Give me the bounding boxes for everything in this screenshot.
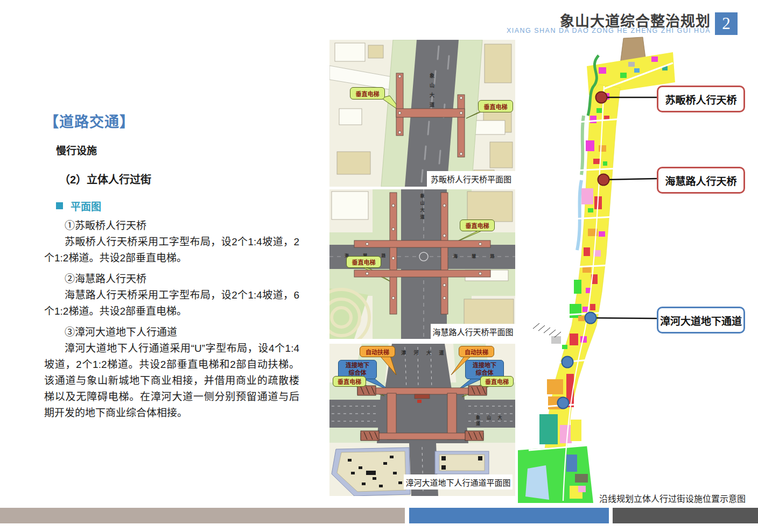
callout-elevator-left: 垂直电梯 [350, 87, 385, 100]
road-label-xiangshan-avenue: 象山大道 [419, 194, 425, 238]
footer-bar-blue [409, 508, 609, 523]
marker-node-4 [562, 357, 573, 368]
subheading: 慢行设施 [56, 143, 299, 157]
figure-haihui-plan: 象山大道 海 慧 路 海 慧 路 垂直电梯 垂直电梯 海慧路人行天桥平面图 [329, 189, 515, 339]
callout-escalator-left: 自动扶梯 [360, 346, 395, 357]
figure-caption: 海慧路人行天桥平面图 [431, 324, 515, 339]
entry-title-3: ③漳河大道地下人行通道 [65, 324, 299, 341]
road-label-xiangshan-avenue: 象 山 大 道 [476, 414, 515, 426]
bullet-heading: 平面图 [71, 198, 101, 213]
entry-title-1: ①苏畈桥人行天桥 [65, 218, 299, 234]
road-label-xiangshan-avenue: 象山大道 [429, 73, 436, 132]
marker-node-5 [558, 398, 569, 409]
road-label-haihui-right: 海 慧 路 [453, 253, 501, 259]
slide-page: 象山大道综合整治规划 XIANG SHAN DA DAO ZONG HE ZHE… [0, 0, 758, 532]
figure-caption: 苏畈桥人行天桥平面图 [427, 171, 515, 187]
figure-caption: 漳河大道地下人行通道平面图 [404, 474, 513, 490]
marker-zhanghe [585, 313, 596, 324]
figure-zhanghe-plan: 漳 河 大 道 象 山 大 道 自动扶梯 自动扶梯 连接地下 综合体 连接地下 … [329, 344, 515, 496]
item-heading: （2）立体人行过街 [59, 171, 299, 187]
location-map-caption: 沿线规划立体人行过街设施位置示意图 [599, 492, 746, 505]
entry-title-2: ②海慧路人行天桥 [65, 271, 299, 287]
footer-bar-dark [613, 508, 758, 523]
map-label-zhanghe: 漳河大道地下通道 [657, 307, 745, 334]
map-label-haihui: 海慧路人行天桥 [657, 167, 745, 194]
callout-elevator-right: 垂直电梯 [478, 100, 513, 112]
subanqiao-map-image [329, 40, 515, 187]
figure-subanqiao-plan: 象山大道 垂直电梯 垂直电梯 苏畈桥人行天桥平面图 [329, 40, 515, 187]
section-heading: 【道路交通】 [44, 110, 299, 131]
callout-elevator-right: 垂直电梯 [460, 219, 495, 231]
road-label-zhanghe-avenue: 漳 河 大 道 [401, 349, 447, 356]
map-label-subanqiao: 苏畈桥人行天桥 [657, 86, 745, 112]
bullet-heading-row: 平面图 [56, 198, 299, 213]
callout-escalator-right: 自动扶梯 [459, 346, 494, 357]
callout-elevator-left: 垂直电梯 [346, 256, 381, 268]
callout-elevator-right: 垂直电梯 [480, 376, 514, 387]
entry-body-3: 漳河大道地下人行通道采用“U”字型布局，设4个1:4坡道，2个1:2梯道。共设2… [44, 341, 299, 421]
page-number-badge: 2 [715, 12, 738, 35]
footer-bar-taupe [0, 508, 405, 523]
square-bullet-icon [56, 202, 63, 209]
marker-haihui [598, 174, 609, 186]
page-subtitle-pinyin: XIANG SHAN DA DAO ZONG HE ZHENG ZHI GUI … [507, 27, 711, 34]
marker-subanqiao [596, 92, 607, 103]
entry-body-1: 苏畈桥人行天桥采用工字型布局，设2个1:4坡道，2个1:2梯道。共设2部垂直电梯… [44, 234, 299, 266]
callout-elevator-left: 垂直电梯 [333, 376, 366, 387]
entry-body-2: 海慧路人行天桥采用工字型布局，设2个1:4坡道，6个1:2梯道。共设2部垂直电梯… [44, 287, 299, 320]
text-panel: 【道路交通】 慢行设施 （2）立体人行过街 平面图 ①苏畈桥人行天桥 苏畈桥人行… [44, 110, 299, 421]
